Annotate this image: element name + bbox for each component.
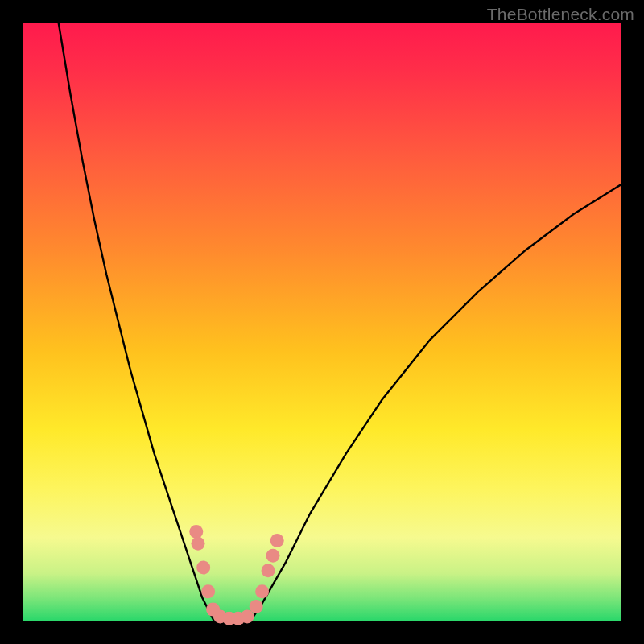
marker-dot [191,537,204,551]
marker-dot [201,584,215,598]
curve-layer [23,23,621,621]
watermark-text: TheBottleneck.com [487,5,634,24]
marker-dot [250,600,263,613]
marker-dot [266,549,279,563]
marker-dot [255,584,269,598]
marker-dot [189,525,203,539]
chart-frame: TheBottleneck.com [0,0,644,644]
plot-area [23,23,621,621]
marker-dot [270,534,284,547]
marker-group [189,525,283,625]
marker-dot [262,564,275,577]
curve-right-branch [250,184,621,621]
marker-dot [196,561,210,575]
